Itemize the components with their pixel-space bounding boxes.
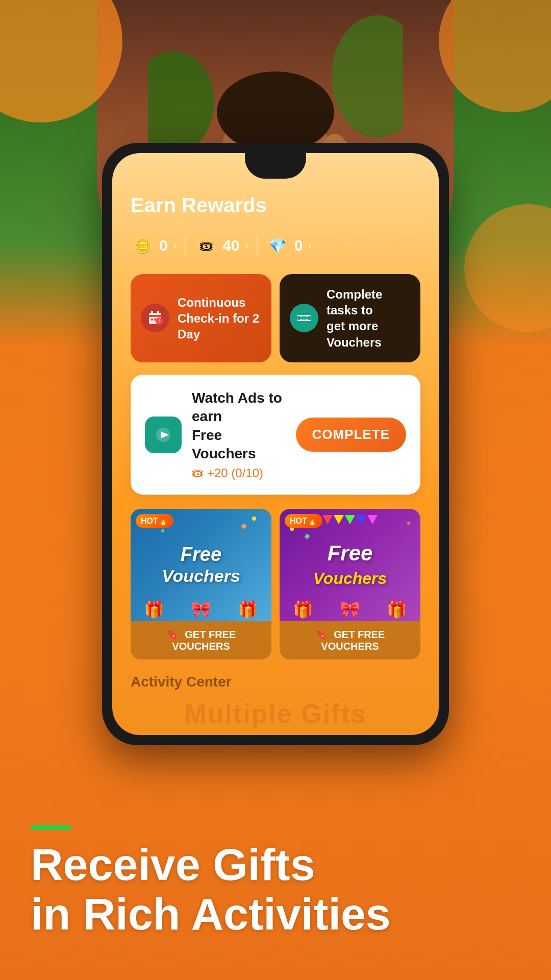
svg-rect-17: [149, 315, 161, 317]
coins-arrow: ›: [173, 239, 177, 252]
voucher-card-purple[interactable]: HOT🔥: [280, 509, 420, 659]
voucher-image-blue: HOT🔥 FreeVouchers 🎁: [131, 509, 271, 621]
green-accent-line: [31, 825, 71, 830]
voucher-image-purple: HOT🔥: [280, 509, 420, 621]
vouchers-task-text: Complete tasks toget more Vouchers: [327, 286, 410, 350]
svg-point-3: [217, 71, 334, 153]
multiple-gifts-watermark: Multiple Gifts: [131, 698, 420, 729]
complete-button[interactable]: COMPLETE: [296, 418, 406, 452]
voucher-cards-row: HOT🔥 FreeVouchers 🎁: [131, 509, 420, 659]
headline-line2: in Rich Activities: [31, 890, 520, 939]
voucher-footer-2: 🔖 GET FREE VOUCHERS: [280, 621, 420, 659]
stats-row: 🪙 0 › 🎟 40 › 💎 0 ›: [131, 233, 420, 258]
coins-stat[interactable]: 🪙 0 ›: [131, 233, 177, 258]
screen-content: Earn Rewards 🪙 0 › 🎟 40 ›: [112, 153, 439, 735]
phone-screen: Earn Rewards 🪙 0 › 🎟 40 ›: [112, 153, 439, 735]
watch-ads-card: Watch Ads to earnFree Vouchers 🎟 +20 (0/…: [131, 375, 420, 495]
svg-text:!: !: [158, 318, 160, 324]
watch-info: Watch Ads to earnFree Vouchers 🎟 +20 (0/…: [192, 389, 286, 481]
coin-icon: 🪙: [131, 233, 155, 258]
activity-center-label: Activity Center: [131, 674, 420, 690]
bottom-text-area: Receive Gifts in Rich Activities: [0, 804, 551, 980]
stat-divider-2: [257, 235, 258, 256]
hot-badge-2: HOT🔥: [285, 514, 322, 528]
svg-rect-20: [151, 318, 153, 321]
reward-value: +20 (0/10): [207, 466, 263, 480]
headline-line1: Receive Gifts: [31, 840, 520, 890]
vouchers-arrow: ›: [244, 239, 248, 252]
stat-divider-1: [185, 235, 186, 256]
watch-reward: 🎟 +20 (0/10): [192, 466, 286, 480]
phone-frame: Earn Rewards 🪙 0 › 🎟 40 ›: [102, 143, 449, 745]
svg-point-12: [148, 51, 214, 153]
phone-notch: [245, 153, 306, 179]
voucher-icon: 🎟: [194, 233, 218, 258]
hot-badge-1: HOT🔥: [136, 514, 173, 528]
watch-title: Watch Ads to earnFree Vouchers: [192, 389, 286, 463]
gems-value: 0: [294, 237, 303, 254]
checkin-banner[interactable]: ! ContinuousCheck-in for 2 Day: [131, 274, 271, 362]
gems-arrow: ›: [308, 239, 311, 252]
svg-point-13: [332, 15, 403, 138]
svg-rect-19: [157, 311, 159, 315]
svg-rect-18: [151, 311, 153, 315]
svg-rect-27: [301, 316, 307, 320]
vouchers-task-banner[interactable]: Complete tasks toget more Vouchers: [280, 274, 420, 362]
checkin-icon: !: [141, 304, 169, 332]
vouchers-value: 40: [222, 237, 239, 254]
voucher-footer-1: 🔖 GET FREE VOUCHERS: [131, 621, 271, 659]
svg-point-25: [297, 316, 301, 320]
page-title: Earn Rewards: [131, 194, 420, 217]
gem-icon: 💎: [266, 233, 290, 258]
gems-stat[interactable]: 💎 0 ›: [266, 233, 312, 258]
vouchers-stat[interactable]: 🎟 40 ›: [194, 233, 248, 258]
watch-ads-icon: [145, 416, 182, 453]
checkin-text: ContinuousCheck-in for 2 Day: [178, 295, 261, 342]
bottom-headline: Receive Gifts in Rich Activities: [31, 840, 520, 939]
activity-center-section: Activity Center Multiple Gifts: [131, 674, 420, 729]
voucher-card-blue[interactable]: HOT🔥 FreeVouchers 🎁: [131, 509, 271, 659]
svg-point-26: [307, 316, 311, 320]
reward-icon: 🎟: [192, 466, 204, 480]
coins-value: 0: [159, 237, 168, 254]
banner-row: ! ContinuousCheck-in for 2 Day: [131, 274, 420, 362]
vouchers-task-icon: [290, 304, 318, 332]
